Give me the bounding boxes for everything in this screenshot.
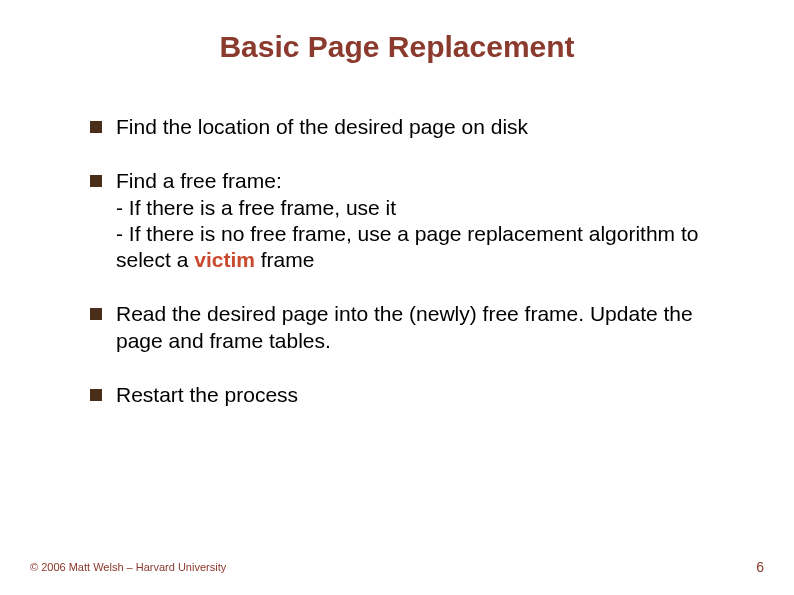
square-bullet-icon xyxy=(90,175,102,187)
list-item: Restart the process xyxy=(90,382,714,408)
bullet-sub: - If there is a free frame, use it xyxy=(116,196,396,219)
bullet-list: Find the location of the desired page on… xyxy=(90,114,714,408)
bullet-sub-post: frame xyxy=(255,248,315,271)
slide-title: Basic Page Replacement xyxy=(130,30,664,64)
square-bullet-icon xyxy=(90,308,102,320)
bullet-text: Read the desired page into the (newly) f… xyxy=(116,301,714,354)
copyright-text: © 2006 Matt Welsh – Harvard University xyxy=(30,561,226,573)
page-number: 6 xyxy=(756,559,764,575)
list-item: Find a free frame: - If there is a free … xyxy=(90,168,714,273)
list-item: Find the location of the desired page on… xyxy=(90,114,714,140)
slide-container: Basic Page Replacement Find the location… xyxy=(0,0,794,595)
bullet-text: Restart the process xyxy=(116,382,298,408)
footer: © 2006 Matt Welsh – Harvard University 6 xyxy=(30,559,764,575)
victim-word: victim xyxy=(194,248,255,271)
bullet-text: Find the location of the desired page on… xyxy=(116,114,528,140)
bullet-text: Find a free frame: - If there is a free … xyxy=(116,168,714,273)
list-item: Read the desired page into the (newly) f… xyxy=(90,301,714,354)
bullet-head: Find a free frame: xyxy=(116,169,282,192)
square-bullet-icon xyxy=(90,121,102,133)
square-bullet-icon xyxy=(90,389,102,401)
